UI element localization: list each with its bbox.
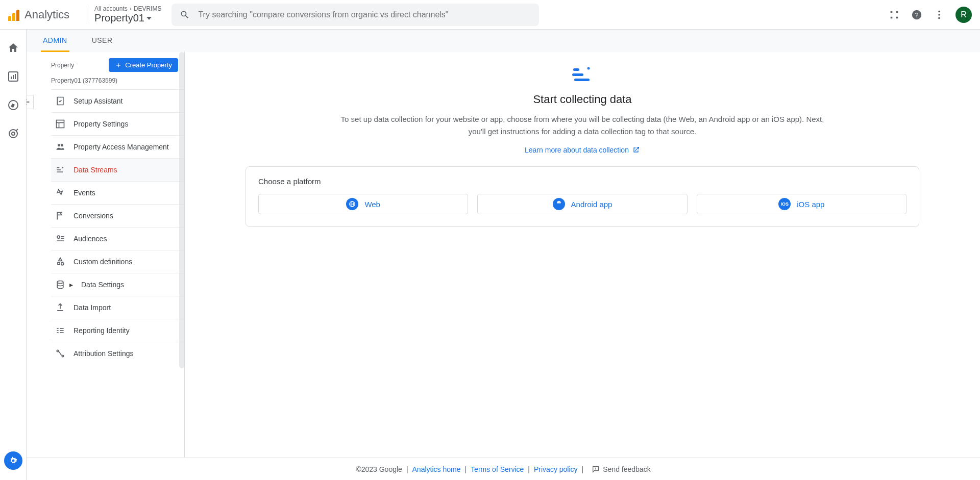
menu-data-settings[interactable]: ▸ Data Settings — [51, 273, 184, 296]
breadcrumb-account: DEVRIMS — [134, 5, 162, 12]
svg-rect-35 — [572, 73, 583, 76]
svg-rect-26 — [57, 328, 58, 329]
admin-area: ADMIN USER Property Create Property — [27, 30, 980, 480]
gear-icon — [8, 456, 18, 466]
menu-label: Audiences — [74, 235, 107, 243]
divider — [86, 6, 86, 24]
collapse-column-button[interactable] — [27, 95, 34, 109]
page-title: Start collecting data — [533, 93, 631, 106]
menu-audiences[interactable]: Audiences — [51, 227, 184, 250]
help-icon[interactable]: ? — [911, 9, 923, 21]
external-link-icon — [632, 146, 640, 154]
menu-setup-assistant[interactable]: Setup Assistant — [51, 89, 184, 112]
menu-property-access[interactable]: Property Access Management — [51, 135, 184, 158]
tab-user[interactable]: USER — [90, 36, 115, 52]
menu-conversions[interactable]: Conversions — [51, 204, 184, 227]
svg-point-10 — [9, 130, 17, 138]
menu-label: Reporting Identity — [74, 326, 130, 335]
menu-label: Data Import — [74, 304, 111, 312]
reports-icon[interactable] — [7, 70, 19, 83]
breadcrumb: All accounts › DEVRIMS — [94, 5, 161, 12]
platform-ios-button[interactable]: iOS iOS app — [697, 194, 906, 214]
column-label: Property — [51, 62, 74, 69]
svg-rect-7 — [13, 75, 14, 79]
svg-point-25 — [57, 281, 63, 284]
apps-icon[interactable] — [888, 9, 900, 21]
svg-rect-31 — [60, 332, 64, 333]
svg-rect-27 — [57, 330, 58, 331]
menu-label: Custom definitions — [74, 258, 132, 266]
admin-tabs: ADMIN USER — [27, 30, 980, 52]
plus-icon — [115, 62, 122, 69]
analytics-logo-icon — [8, 9, 20, 21]
footer: ©2023 Google | Analytics home | Terms of… — [27, 458, 980, 480]
copyright: ©2023 Google — [356, 465, 402, 473]
tab-admin[interactable]: ADMIN — [41, 36, 69, 52]
layout-icon — [55, 119, 65, 129]
advertising-icon[interactable] — [7, 128, 19, 140]
admin-gear-button[interactable] — [4, 451, 22, 470]
breadcrumb-prefix: All accounts — [94, 5, 128, 12]
caret-down-icon — [146, 17, 152, 20]
explore-icon[interactable] — [7, 99, 19, 111]
property-column: Property Create Property Property01 (377… — [27, 52, 185, 458]
svg-text:?: ? — [915, 11, 918, 18]
create-property-button[interactable]: Create Property — [109, 58, 178, 72]
scrollbar[interactable] — [179, 52, 184, 368]
page-description: To set up data collection for your websi… — [332, 113, 832, 138]
footer-analytics-home[interactable]: Analytics home — [412, 465, 461, 473]
svg-point-3 — [938, 14, 940, 16]
search-bar[interactable] — [172, 4, 539, 26]
property-name-display: Property01 — [94, 12, 161, 24]
menu-events[interactable]: Events — [51, 181, 184, 204]
property-menu: Setup Assistant Property Settings Proper… — [51, 89, 184, 365]
svg-rect-30 — [60, 330, 64, 331]
svg-rect-28 — [57, 332, 58, 333]
more-vert-icon[interactable] — [933, 9, 945, 21]
svg-rect-34 — [573, 68, 579, 71]
footer-tos[interactable]: Terms of Service — [471, 465, 524, 473]
menu-data-import[interactable]: Data Import — [51, 296, 184, 319]
menu-label: Property Access Management — [74, 143, 169, 151]
menu-data-streams[interactable]: Data Streams — [51, 158, 184, 181]
svg-rect-8 — [15, 74, 16, 79]
menu-custom-definitions[interactable]: Custom definitions — [51, 250, 184, 273]
svg-rect-19 — [57, 171, 63, 172]
menu-label: Attribution Settings — [74, 349, 134, 358]
svg-point-4 — [938, 17, 940, 19]
account-avatar[interactable]: R — [955, 7, 972, 23]
arrow-left-icon — [27, 98, 31, 106]
footer-privacy[interactable]: Privacy policy — [534, 465, 578, 473]
database-icon — [55, 280, 65, 290]
platform-label: Web — [364, 200, 380, 209]
property-name-text: Property01 — [94, 12, 144, 24]
platform-android-button[interactable]: Android app — [477, 194, 687, 214]
product-name: Analytics — [24, 8, 69, 21]
create-property-label: Create Property — [125, 61, 172, 69]
platform-web-button[interactable]: Web — [258, 194, 468, 214]
menu-reporting-identity[interactable]: Reporting Identity — [51, 319, 184, 342]
platform-label: Android app — [571, 200, 612, 209]
flag-icon — [55, 211, 65, 221]
svg-point-44 — [596, 469, 596, 470]
search-input[interactable] — [198, 10, 531, 19]
web-icon — [346, 198, 358, 210]
menu-attribution-settings[interactable]: Attribution Settings — [51, 342, 184, 365]
home-icon[interactable] — [7, 42, 19, 54]
product-logo[interactable]: Analytics — [8, 8, 78, 21]
platform-title: Choose a platform — [258, 177, 906, 186]
avatar-letter: R — [961, 10, 967, 19]
svg-point-16 — [61, 144, 63, 146]
svg-rect-36 — [574, 79, 590, 81]
chevron-right-icon: › — [130, 5, 132, 12]
property-picker[interactable]: All accounts › DEVRIMS Property01 — [94, 5, 161, 24]
data-streams-icon — [55, 165, 65, 175]
svg-point-15 — [58, 144, 60, 146]
svg-rect-29 — [60, 328, 64, 329]
menu-property-settings[interactable]: Property Settings — [51, 112, 184, 135]
svg-point-41 — [557, 202, 558, 203]
learn-more-link[interactable]: Learn more about data collection — [525, 146, 640, 154]
send-feedback[interactable]: Send feedback — [592, 465, 650, 473]
svg-rect-6 — [11, 77, 12, 79]
svg-point-32 — [57, 350, 58, 351]
